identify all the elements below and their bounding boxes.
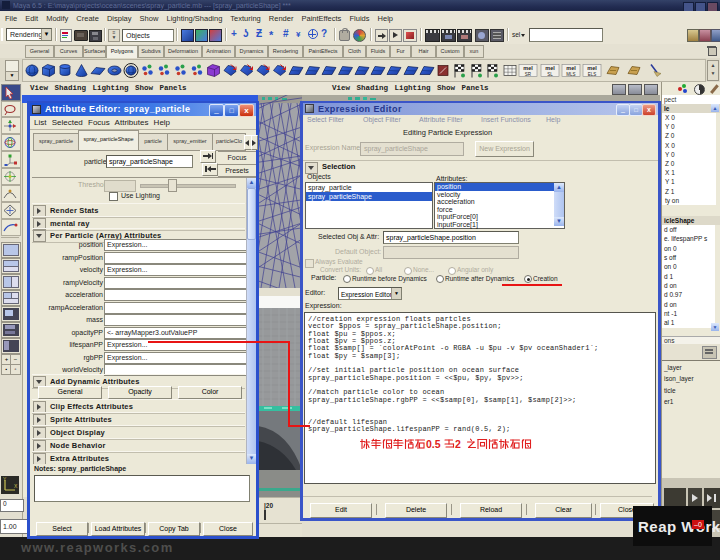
svg-text:MLS: MLS [566, 72, 575, 77]
svg-text:mel: mel [587, 65, 597, 71]
svg-text:mel: mel [566, 65, 576, 71]
svg-text:0.5: 0.5 [426, 438, 441, 450]
svg-text:ELS: ELS [588, 72, 597, 77]
svg-text:2: 2 [455, 438, 461, 450]
svg-text:SR: SR [525, 72, 532, 77]
svg-text:Y: Y [3, 476, 7, 482]
svg-text:mel: mel [545, 65, 555, 71]
svg-text:X: X [14, 483, 18, 489]
svg-text:mel: mel [523, 65, 533, 71]
svg-text:SL: SL [547, 72, 553, 77]
